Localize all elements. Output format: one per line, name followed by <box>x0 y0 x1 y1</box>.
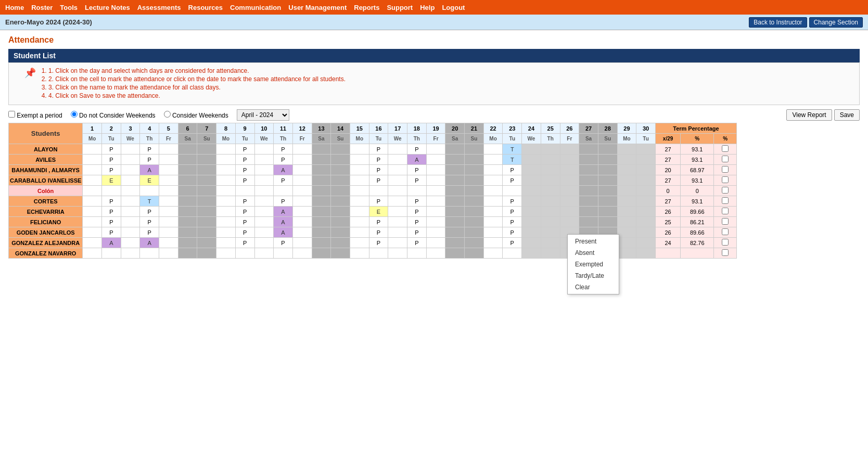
attendance-cell[interactable]: P <box>503 196 522 207</box>
attendance-cell[interactable] <box>560 207 579 217</box>
attendance-cell[interactable]: T <box>503 155 522 165</box>
attendance-cell[interactable] <box>388 165 407 175</box>
attendance-cell[interactable] <box>83 186 102 196</box>
attendance-cell[interactable] <box>121 155 140 165</box>
attendance-cell[interactable] <box>331 217 350 227</box>
attendance-cell[interactable] <box>598 196 617 207</box>
context-menu-item-clear[interactable]: Clear <box>568 281 619 293</box>
attendance-cell[interactable] <box>617 155 636 165</box>
attendance-cell[interactable] <box>445 248 465 259</box>
attendance-cell[interactable] <box>369 186 388 196</box>
attendance-cell[interactable] <box>312 165 331 175</box>
attendance-cell[interactable] <box>331 186 350 196</box>
attendance-cell[interactable] <box>579 207 598 217</box>
attendance-cell[interactable] <box>522 155 541 165</box>
nav-item-reports[interactable]: Reports <box>354 4 379 11</box>
attendance-cell[interactable]: P <box>235 217 254 227</box>
attendance-cell[interactable] <box>102 186 121 196</box>
attendance-cell[interactable] <box>197 248 216 259</box>
day-num-11[interactable]: 11 <box>274 123 293 134</box>
attendance-cell[interactable] <box>83 227 102 238</box>
day-num-29[interactable]: 29 <box>617 123 636 134</box>
attendance-cell[interactable] <box>292 238 312 248</box>
attendance-cell[interactable] <box>522 165 541 175</box>
view-report-button[interactable]: View Report <box>786 109 832 121</box>
attendance-cell[interactable] <box>541 227 560 238</box>
day-num-23[interactable]: 23 <box>503 123 522 134</box>
attendance-cell[interactable] <box>541 165 560 175</box>
day-num-19[interactable]: 19 <box>426 123 445 134</box>
attendance-cell[interactable]: P <box>235 165 254 175</box>
attendance-cell[interactable] <box>254 196 274 207</box>
attendance-cell[interactable]: P <box>235 155 254 165</box>
attendance-cell[interactable] <box>178 238 197 248</box>
attendance-cell[interactable] <box>579 165 598 175</box>
attendance-cell[interactable] <box>178 144 197 155</box>
nav-item-support[interactable]: Support <box>387 4 413 11</box>
day-num-1[interactable]: 1 <box>83 123 102 134</box>
attendance-cell[interactable]: P <box>102 227 121 238</box>
day-num-6[interactable]: 6 <box>178 123 197 134</box>
attendance-cell[interactable] <box>331 175 350 186</box>
attendance-cell[interactable] <box>465 144 484 155</box>
attendance-cell[interactable] <box>388 196 407 207</box>
nav-item-help[interactable]: Help <box>420 4 435 11</box>
attendance-cell[interactable]: P <box>274 196 293 207</box>
save-button[interactable]: Save <box>834 109 860 121</box>
attendance-cell[interactable] <box>617 207 636 217</box>
attendance-cell[interactable] <box>426 165 445 175</box>
attendance-cell[interactable]: A <box>274 165 293 175</box>
attendance-cell[interactable] <box>178 186 197 196</box>
term-checkbox[interactable] <box>722 156 729 162</box>
attendance-cell[interactable] <box>483 238 503 248</box>
attendance-cell[interactable] <box>350 207 369 217</box>
attendance-cell[interactable]: P <box>140 207 159 217</box>
student-name[interactable]: GONZALEZ ALEJANDRA <box>9 238 83 248</box>
attendance-cell[interactable] <box>350 217 369 227</box>
attendance-cell[interactable] <box>388 186 407 196</box>
attendance-cell[interactable] <box>560 165 579 175</box>
attendance-cell[interactable] <box>312 238 331 248</box>
attendance-cell[interactable] <box>598 144 617 155</box>
attendance-cell[interactable] <box>216 238 236 248</box>
attendance-cell[interactable] <box>388 227 407 238</box>
back-to-instructor-button[interactable]: Back to Instructor <box>749 17 807 28</box>
attendance-cell[interactable] <box>426 186 445 196</box>
day-num-5[interactable]: 5 <box>159 123 178 134</box>
attendance-cell[interactable] <box>426 217 445 227</box>
no-weekends-radio[interactable] <box>71 111 78 118</box>
attendance-cell[interactable] <box>121 196 140 207</box>
attendance-cell[interactable] <box>426 238 445 248</box>
attendance-cell[interactable] <box>445 238 465 248</box>
attendance-cell[interactable] <box>426 196 445 207</box>
table-body[interactable]: ALAYONPPPPPPT2793.1AVILESPPPPPAT2793.1BA… <box>9 144 737 259</box>
attendance-cell[interactable] <box>121 175 140 186</box>
context-menu-item-tardy-late[interactable]: Tardy/Late <box>568 270 619 281</box>
attendance-cell[interactable] <box>465 217 484 227</box>
day-num-9[interactable]: 9 <box>235 123 254 134</box>
attendance-cell[interactable] <box>407 248 427 259</box>
day-num-15[interactable]: 15 <box>350 123 369 134</box>
attendance-cell[interactable] <box>617 175 636 186</box>
day-num-3[interactable]: 3 <box>121 123 140 134</box>
attendance-cell[interactable] <box>331 165 350 175</box>
attendance-cell[interactable]: A <box>140 165 159 175</box>
attendance-cell[interactable] <box>350 155 369 165</box>
attendance-cell[interactable] <box>121 248 140 259</box>
attendance-cell[interactable] <box>140 248 159 259</box>
nav-item-user-management[interactable]: User Management <box>288 4 347 11</box>
attendance-cell[interactable] <box>579 196 598 207</box>
attendance-cell[interactable] <box>445 165 465 175</box>
attendance-cell[interactable] <box>636 227 656 238</box>
attendance-cell[interactable] <box>254 144 274 155</box>
attendance-cell[interactable]: E <box>140 175 159 186</box>
attendance-cell[interactable] <box>522 248 541 259</box>
attendance-cell[interactable] <box>426 227 445 238</box>
attendance-cell[interactable] <box>178 155 197 165</box>
attendance-cell[interactable] <box>445 175 465 186</box>
attendance-cell[interactable]: E <box>102 175 121 186</box>
attendance-cell[interactable]: P <box>369 238 388 248</box>
attendance-cell[interactable] <box>254 175 274 186</box>
attendance-cell[interactable] <box>636 165 656 175</box>
attendance-cell[interactable] <box>522 175 541 186</box>
